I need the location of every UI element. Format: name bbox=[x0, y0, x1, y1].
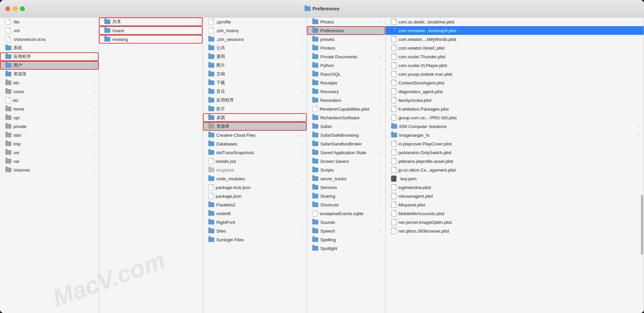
list-item-scripts[interactable]: Scripts › bbox=[307, 166, 385, 174]
list-item[interactable]: Parallels2 › bbox=[203, 200, 307, 209]
list-item-comunmarke[interactable]: com.unmarke...textsoap9.plist bbox=[386, 26, 644, 35]
list-item[interactable]: net.pornel.ImageOptim.plist bbox=[386, 218, 644, 227]
list-item-keypem[interactable]: key.pem bbox=[386, 174, 644, 183]
list-item-gongxiang[interactable]: 共享 › bbox=[99, 17, 203, 26]
list-item-mrwang[interactable]: mrwang › bbox=[99, 35, 203, 44]
list-item-speech[interactable]: Speech › bbox=[307, 227, 385, 235]
list-item[interactable]: mbuseragent.plist bbox=[386, 192, 644, 200]
list-item[interactable]: ContextStoreAgent.plist bbox=[386, 78, 644, 87]
list-item-snowplow[interactable]: snowplowEvents.sqlite bbox=[307, 209, 385, 218]
list-item[interactable]: var bbox=[0, 157, 99, 166]
list-item[interactable]: MobileMeAccounts.plist bbox=[386, 209, 644, 218]
list-item[interactable]: 系统 › bbox=[0, 44, 99, 52]
list-item-preferences[interactable]: Preferences › bbox=[307, 26, 385, 35]
list-item-servertracks[interactable]: server_tracks › bbox=[307, 174, 385, 183]
list-item[interactable]: Creative Cloud Files › bbox=[203, 131, 307, 139]
list-item[interactable]: usr › bbox=[0, 148, 99, 157]
list-item[interactable]: com.xunlei.Thunder.plist bbox=[386, 52, 644, 61]
list-item[interactable]: mcglobal › bbox=[203, 166, 307, 174]
list-item[interactable]: group.com.ne...-PRO-SIII.plist bbox=[386, 113, 644, 122]
list-item[interactable]: com.xelaton.NoteC.plist bbox=[386, 44, 644, 52]
list-item[interactable]: redshift › bbox=[203, 209, 307, 218]
list-item-guest[interactable]: Guest bbox=[99, 26, 203, 35]
list-item[interactable]: jacklandrin.OnlySwitch.plist bbox=[386, 148, 644, 157]
list-item-shortcuts[interactable]: Shortcuts › bbox=[307, 200, 385, 209]
list-item[interactable]: 文稿 › bbox=[203, 70, 307, 78]
list-item[interactable]: dotTraceSnapshots › bbox=[203, 148, 307, 157]
list-item[interactable]: package.json bbox=[203, 192, 307, 200]
list-item[interactable]: Mixpanel.plist bbox=[386, 200, 644, 209]
list-item[interactable]: com.xunlei.XLPlayer.plist bbox=[386, 61, 644, 70]
list-item[interactable]: net.qihoo.360browser.plist bbox=[386, 227, 644, 235]
list-item-safarisafebrowsing[interactable]: SafariSafeBrowsing › bbox=[307, 131, 385, 139]
list-item[interactable]: 通用 › bbox=[203, 52, 307, 61]
list-item-spotlight[interactable]: Spotlight › bbox=[307, 244, 385, 253]
list-item-presets[interactable]: presets › bbox=[307, 35, 385, 44]
list-item-safarisandboxbroker[interactable]: SafariSandboxBroker › bbox=[307, 139, 385, 148]
list-item[interactable]: sbin › bbox=[0, 131, 99, 139]
list-item-savedappstate[interactable]: Saved Application State › bbox=[307, 148, 385, 157]
list-item-privatedocs[interactable]: Private Documents › bbox=[307, 52, 385, 61]
list-item-comuc[interactable]: com.uc.deskt...louddrive.plist bbox=[386, 17, 644, 26]
list-item-recovery[interactable]: Recovery › bbox=[307, 87, 385, 96]
list-item-renderercaps[interactable]: RendererCapabilities.plist bbox=[307, 105, 385, 113]
list-item[interactable]: tmp bbox=[0, 139, 99, 148]
list-item[interactable]: node_modules › bbox=[203, 174, 307, 183]
list-item[interactable]: .zsh_history bbox=[203, 26, 307, 35]
list-item-safari[interactable]: Safari › bbox=[307, 122, 385, 131]
list-item[interactable]: .vol bbox=[0, 26, 99, 35]
list-item-reminders[interactable]: Reminders › bbox=[307, 96, 385, 105]
list-item[interactable]: .VolumeIcon.icns bbox=[0, 35, 99, 44]
list-item-sharing[interactable]: Sharing › bbox=[307, 192, 385, 200]
list-item[interactable]: cores › bbox=[0, 87, 99, 96]
list-item[interactable]: jetbrains.jetprofile.asset.plist bbox=[386, 157, 644, 166]
list-item-photos[interactable]: Photos › bbox=[307, 17, 385, 26]
list-item[interactable]: 图片 › bbox=[203, 61, 307, 70]
list-item-receipts[interactable]: Receipts › bbox=[307, 78, 385, 87]
list-item[interactable]: com.xelaton....kMyWords.plist bbox=[386, 35, 644, 44]
list-item[interactable]: Sites › bbox=[203, 227, 307, 235]
scrollbar-thumb[interactable] bbox=[641, 195, 643, 255]
list-item-imageranger[interactable]: imageranger_fs › bbox=[386, 131, 644, 139]
list-item-zhuomian[interactable]: 桌面 › bbox=[203, 113, 307, 122]
list-item-richardsonsoftware[interactable]: RichardsonSoftware › bbox=[307, 113, 385, 122]
list-item[interactable]: opt › bbox=[0, 113, 99, 122]
list-item[interactable]: etc bbox=[0, 96, 99, 105]
list-item[interactable]: bin › bbox=[0, 78, 99, 87]
list-item[interactable]: com.youqu.todesk mac.plist bbox=[386, 70, 644, 78]
list-item[interactable]: io.playcover.PlayCover.plist bbox=[386, 139, 644, 148]
close-button[interactable] bbox=[5, 6, 10, 11]
list-item[interactable]: Volumes › bbox=[0, 166, 99, 174]
list-item-yingyong[interactable]: 应用程序 › bbox=[0, 52, 99, 61]
list-item[interactable]: 应用程序 › bbox=[203, 96, 307, 105]
list-item-services[interactable]: Services › bbox=[307, 183, 385, 192]
list-item-yonghu[interactable]: 用户 › bbox=[0, 61, 99, 70]
list-item-sounds[interactable]: Sounds › bbox=[307, 218, 385, 227]
list-item[interactable]: Databases › bbox=[203, 139, 307, 148]
list-item[interactable]: diagnostics_agent.plist bbox=[386, 87, 644, 96]
list-item[interactable]: home › bbox=[0, 105, 99, 113]
list-item[interactable]: RightFont › bbox=[203, 218, 307, 227]
list-item[interactable]: jp.co.nikon.Co...agement.plist bbox=[386, 166, 644, 174]
minimize-button[interactable] bbox=[13, 6, 17, 11]
list-item[interactable]: fr.whitebox.Packages.plist bbox=[386, 105, 644, 113]
list-item-razorsql[interactable]: RazorSQL › bbox=[307, 70, 385, 78]
list-item-ziyuanku[interactable]: 资源库 › bbox=[203, 122, 307, 131]
list-item[interactable]: loginwindow.plist bbox=[386, 183, 644, 192]
list-item[interactable]: 公共 › bbox=[203, 44, 307, 52]
list-item-spelling[interactable]: Spelling › bbox=[307, 235, 385, 244]
list-item-idmcomputer[interactable]: IDM Computer Solutions › bbox=[386, 122, 644, 131]
list-item-screensavers[interactable]: Screen Savers › bbox=[307, 157, 385, 166]
list-item-printers[interactable]: Printers › bbox=[307, 44, 385, 52]
list-item[interactable]: installs.jsd bbox=[203, 157, 307, 166]
fullscreen-button[interactable] bbox=[20, 6, 25, 11]
list-item[interactable]: .zprofile bbox=[203, 17, 307, 26]
list-item[interactable]: 下载 › bbox=[203, 78, 307, 87]
list-item-python[interactable]: Python › bbox=[307, 61, 385, 70]
list-item[interactable]: .file bbox=[0, 17, 99, 26]
list-item[interactable]: familycircled.plist bbox=[386, 96, 644, 105]
list-item[interactable]: Sunlogin Files › bbox=[203, 235, 307, 244]
list-item[interactable]: 影片 › bbox=[203, 105, 307, 113]
list-item[interactable]: 资源库 › bbox=[0, 70, 99, 78]
list-item[interactable]: .zsh_sessions › bbox=[203, 35, 307, 44]
